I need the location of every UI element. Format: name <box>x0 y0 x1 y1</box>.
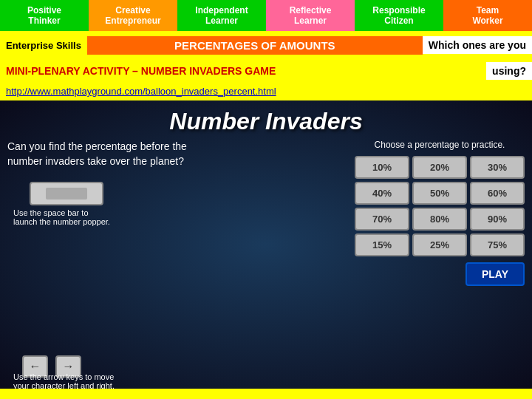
percent-btn-10[interactable]: 10% <box>355 156 409 179</box>
using-label: using? <box>486 62 532 80</box>
percent-btn-60[interactable]: 60% <box>470 182 525 205</box>
percent-btn-90[interactable]: 90% <box>470 208 525 231</box>
percent-btn-50[interactable]: 50% <box>412 182 467 205</box>
percent-btn-70[interactable]: 70% <box>355 208 409 231</box>
top-nav: Positive Thinker Creative Entrepreneur I… <box>0 0 532 31</box>
game-area: Number Invaders Can you find the percent… <box>0 100 532 389</box>
game-question: Can you find the percentage before the n… <box>7 140 347 168</box>
nav-responsible-citizen[interactable]: Responsible Citizen <box>355 0 443 31</box>
nav-responsible-label: Responsible Citizen <box>372 5 425 26</box>
game-character-area: Use the space bar to launch the number p… <box>7 174 347 381</box>
game-left: Can you find the percentage before the n… <box>7 140 347 381</box>
nav-reflective-learner[interactable]: Reflective Learner <box>266 0 355 31</box>
nav-team-worker[interactable]: Team Worker <box>443 0 532 31</box>
percent-btn-80[interactable]: 80% <box>412 208 467 231</box>
choose-label: Choose a percentage to practice. <box>355 140 525 150</box>
percent-btn-30[interactable]: 30% <box>470 156 525 179</box>
play-row: PLAY <box>355 262 525 286</box>
game-right: Choose a percentage to practice. 10%20%3… <box>355 140 525 381</box>
arrow-instruction: Use the arrow keys to move your characte… <box>13 372 132 389</box>
mini-plenary-label: MINI-PLENARY ACTIVITY – NUMBER INVADERS … <box>0 62 486 80</box>
spacebar-box <box>30 182 103 205</box>
percent-btn-40[interactable]: 40% <box>355 182 409 205</box>
nav-positive-label: Positive Thinker <box>27 5 61 26</box>
second-row: Enterprise Skills PERCENTAGES OF AMOUNTS… <box>0 31 532 59</box>
nav-independent-learner[interactable]: Independent Learner <box>177 0 266 31</box>
nav-creative-label: Creative Entrepreneur <box>105 5 160 26</box>
game-inner: Number Invaders Can you find the percent… <box>0 100 532 389</box>
game-link[interactable]: http://www.mathplayground.com/balloon_in… <box>6 86 276 97</box>
percentages-label: PERCENTAGES OF AMOUNTS <box>87 36 423 55</box>
play-button[interactable]: PLAY <box>466 262 525 286</box>
game-content: Can you find the percentage before the n… <box>7 140 525 381</box>
spacebar-instruction: Use the space bar to launch the number p… <box>13 208 117 226</box>
game-title: Number Invaders <box>7 108 525 135</box>
enterprise-skills-label: Enterprise Skills <box>0 37 87 54</box>
percent-btn-25[interactable]: 25% <box>412 233 467 256</box>
link-row: http://www.mathplayground.com/balloon_in… <box>0 83 532 100</box>
which-ones-label: Which ones are you <box>423 36 532 54</box>
percent-btn-20[interactable]: 20% <box>412 156 467 179</box>
nav-creative-entrepreneur[interactable]: Creative Entrepreneur <box>89 0 177 31</box>
percent-grid: 10%20%30%40%50%60%70%80%90%15%25%75% <box>355 156 525 256</box>
percent-btn-75[interactable]: 75% <box>470 233 525 256</box>
nav-reflective-label: Reflective Learner <box>290 5 332 26</box>
nav-positive-thinker[interactable]: Positive Thinker <box>0 0 89 31</box>
third-row: MINI-PLENARY ACTIVITY – NUMBER INVADERS … <box>0 59 532 83</box>
nav-team-label: Team Worker <box>472 5 502 26</box>
percent-btn-15[interactable]: 15% <box>355 233 409 256</box>
nav-independent-label: Independent Learner <box>195 5 248 26</box>
